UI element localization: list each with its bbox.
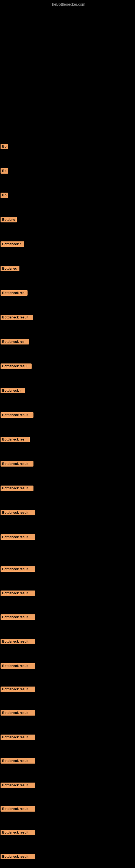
bottleneck-result-label: Bottleneck result — [1, 614, 35, 620]
bottleneck-result-label: Bottleneck r — [1, 388, 25, 393]
bottleneck-result-label: Bottleneck result — [1, 758, 35, 764]
bottleneck-result-label: Bo — [1, 193, 8, 198]
bottleneck-result-label: Bottleneck result — [1, 806, 35, 812]
bottleneck-result-label: Bottlene — [1, 217, 17, 222]
bottleneck-result-label: Bottleneck r — [1, 241, 24, 247]
bottleneck-result-label: Bottleneck result — [1, 315, 33, 320]
site-title: TheBottlenecker.com — [50, 2, 85, 6]
bottleneck-result-label: Bottleneck res — [1, 437, 30, 442]
bottleneck-result-label: Bottleneck result — [1, 566, 35, 572]
bottleneck-result-label: Bottleneck result — [1, 590, 35, 596]
bottleneck-result-label: Bottleneck result — [1, 782, 35, 788]
bottleneck-result-label: Bo — [1, 168, 8, 174]
bottleneck-result-label: Bottleneck result — [1, 412, 34, 418]
bottleneck-result-label: Bottleneck result — [1, 710, 35, 716]
bottleneck-result-label: Bottleneck result — [1, 854, 35, 859]
bottleneck-result-label: Bottleneck result — [1, 663, 35, 669]
bottleneck-result-label: Bottleneck result — [1, 461, 34, 467]
bottleneck-result-label: Bottleneck resul — [1, 364, 32, 369]
bottleneck-result-label: Bottleneck res — [1, 290, 28, 296]
bottleneck-result-label: Bottleneck res — [1, 339, 29, 344]
bottleneck-result-label: Bottleneck result — [1, 486, 34, 491]
bottleneck-result-label: Bottleneck result — [1, 686, 35, 692]
bottleneck-result-label: Bottleneck result — [1, 830, 35, 835]
bottleneck-result-label: Bottlenec — [1, 266, 19, 271]
bottleneck-result-label: Bottleneck result — [1, 510, 35, 516]
bottleneck-result-label: Bottleneck result — [1, 639, 35, 644]
bottleneck-result-label: Bottleneck result — [1, 534, 35, 540]
bottleneck-result-label: Bottleneck result — [1, 735, 35, 740]
bottleneck-result-label: Bo — [1, 144, 8, 149]
